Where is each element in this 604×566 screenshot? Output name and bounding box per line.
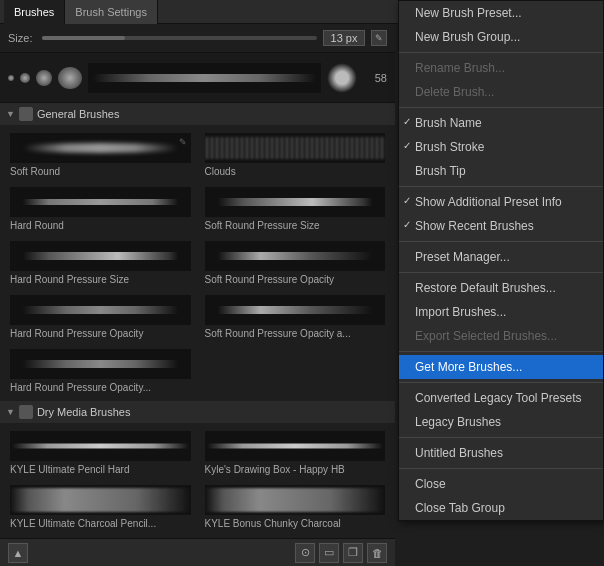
- stroke-clouds: [205, 133, 386, 163]
- menu-item-show-additional-preset-info[interactable]: ✓Show Additional Preset Info: [399, 190, 603, 214]
- menu-item-export-selected-brushes-: Export Selected Brushes...: [399, 324, 603, 348]
- brush-item-soft-round-pressure-size[interactable]: Soft Round Pressure Size: [199, 183, 392, 235]
- menu-divider: [399, 382, 603, 383]
- menu-item-label: Converted Legacy Tool Presets: [415, 391, 582, 405]
- menu-item-label: Export Selected Brushes...: [415, 329, 557, 343]
- menu-divider: [399, 351, 603, 352]
- group-label-dry-media: Dry Media Brushes: [37, 406, 131, 418]
- context-menu: New Brush Preset...New Brush Group...Ren…: [398, 0, 604, 521]
- menu-item-label: Close: [415, 477, 446, 491]
- group-header-dry-media[interactable]: ▼ Dry Media Brushes: [0, 401, 395, 423]
- brush-preview-area: 58: [0, 53, 395, 103]
- size-label: Size:: [8, 32, 36, 44]
- stroke-hard-round: [10, 187, 191, 217]
- toolbar-delete-btn[interactable]: 🗑: [367, 543, 387, 563]
- group-label-general: General Brushes: [37, 108, 120, 120]
- brush-round-preview: [327, 63, 357, 93]
- group-icon-dry-media: [19, 405, 33, 419]
- brush-item-hard-round-pressure-size[interactable]: Hard Round Pressure Size: [4, 237, 197, 289]
- menu-item-legacy-brushes[interactable]: Legacy Brushes: [399, 410, 603, 434]
- group-arrow-dry-media: ▼: [6, 407, 15, 417]
- menu-divider: [399, 186, 603, 187]
- menu-item-new-brush-preset-[interactable]: New Brush Preset...: [399, 1, 603, 25]
- stroke-hard-round-pressure-opacity-dot: [10, 349, 191, 379]
- menu-item-label: Close Tab Group: [415, 501, 505, 515]
- brush-item-hard-round-pressure-opacity-dot[interactable]: Hard Round Pressure Opacity...: [4, 345, 197, 397]
- tab-brush-settings[interactable]: Brush Settings: [65, 0, 158, 24]
- brush-preview-stroke: [88, 63, 321, 93]
- menu-item-brush-stroke[interactable]: ✓Brush Stroke: [399, 135, 603, 159]
- menu-item-label: Restore Default Brushes...: [415, 281, 556, 295]
- brush-name-soft-round-pressure-opacity-a: Soft Round Pressure Opacity a...: [205, 328, 351, 339]
- brush-dot-xlarge: [58, 67, 82, 89]
- menu-divider: [399, 468, 603, 469]
- brush-item-hard-round-pressure-opacity[interactable]: Hard Round Pressure Opacity: [4, 291, 197, 343]
- menu-item-rename-brush-: Rename Brush...: [399, 56, 603, 80]
- menu-item-delete-brush-: Delete Brush...: [399, 80, 603, 104]
- dry-media-brushes-grid: KYLE Ultimate Pencil Hard Kyle's Drawing…: [0, 423, 395, 537]
- menu-item-label: Get More Brushes...: [415, 360, 522, 374]
- brush-item-kyle-pencil-hard[interactable]: KYLE Ultimate Pencil Hard: [4, 427, 197, 479]
- brush-name-soft-round-pressure-size: Soft Round Pressure Size: [205, 220, 320, 231]
- brush-name-hard-round-pressure-size: Hard Round Pressure Size: [10, 274, 129, 285]
- menu-item-converted-legacy-tool-presets[interactable]: Converted Legacy Tool Presets: [399, 386, 603, 410]
- menu-item-label: Brush Tip: [415, 164, 466, 178]
- brush-item-kyle-chunky-charcoal[interactable]: KYLE Bonus Chunky Charcoal: [199, 481, 392, 533]
- group-arrow-general: ▼: [6, 109, 15, 119]
- tab-brushes[interactable]: Brushes: [4, 0, 65, 24]
- toolbar-group-btn[interactable]: ▭: [319, 543, 339, 563]
- menu-item-show-recent-brushes[interactable]: ✓Show Recent Brushes: [399, 214, 603, 238]
- size-slider[interactable]: [42, 36, 317, 40]
- brush-name-hard-round-pressure-opacity: Hard Round Pressure Opacity: [10, 328, 143, 339]
- toolbar-up-btn[interactable]: ▲: [8, 543, 28, 563]
- menu-divider: [399, 241, 603, 242]
- brush-item-kyle-charcoal-pencil[interactable]: KYLE Ultimate Charcoal Pencil...: [4, 481, 197, 533]
- menu-item-label: Show Additional Preset Info: [415, 195, 562, 209]
- menu-item-label: Preset Manager...: [415, 250, 510, 264]
- menu-item-label: Brush Stroke: [415, 140, 484, 154]
- brush-item-hard-round[interactable]: Hard Round: [4, 183, 197, 235]
- menu-item-restore-default-brushes-[interactable]: Restore Default Brushes...: [399, 276, 603, 300]
- brush-name-hard-round-pressure-opacity-dot: Hard Round Pressure Opacity...: [10, 382, 151, 393]
- menu-item-brush-tip[interactable]: Brush Tip: [399, 159, 603, 183]
- menu-item-import-brushes-[interactable]: Import Brushes...: [399, 300, 603, 324]
- group-header-general[interactable]: ▼ General Brushes: [0, 103, 395, 125]
- menu-divider: [399, 107, 603, 108]
- menu-item-label: New Brush Group...: [415, 30, 520, 44]
- menu-item-get-more-brushes-[interactable]: Get More Brushes...: [399, 355, 603, 379]
- size-bar: Size: ✎: [0, 24, 395, 53]
- brush-name-kyle-charcoal-pencil: KYLE Ultimate Charcoal Pencil...: [10, 518, 156, 529]
- stroke-kyle-charcoal-pencil: [10, 485, 191, 515]
- menu-item-close-tab-group[interactable]: Close Tab Group: [399, 496, 603, 520]
- brush-list[interactable]: ▼ General Brushes ✎ Soft Round Clouds Ha…: [0, 103, 395, 538]
- brush-item-soft-round[interactable]: ✎ Soft Round: [4, 129, 197, 181]
- menu-divider: [399, 437, 603, 438]
- brush-panel: Size: ✎ 58 ▼ General Brushes ✎: [0, 24, 395, 566]
- brush-name-clouds: Clouds: [205, 166, 236, 177]
- menu-item-label: New Brush Preset...: [415, 6, 522, 20]
- brush-name-soft-round: Soft Round: [10, 166, 60, 177]
- menu-item-preset-manager-[interactable]: Preset Manager...: [399, 245, 603, 269]
- edit-pencil-soft-round: ✎: [179, 137, 187, 147]
- group-icon-general: [19, 107, 33, 121]
- brush-item-soft-round-pressure-opacity[interactable]: Soft Round Pressure Opacity: [199, 237, 392, 289]
- stroke-soft-round-pressure-opacity-a: [205, 295, 386, 325]
- menu-item-untitled-brushes[interactable]: Untitled Brushes: [399, 441, 603, 465]
- brush-dot-medium: [20, 73, 30, 83]
- stroke-soft-round-pressure-opacity: [205, 241, 386, 271]
- stroke-kyle-pencil-hard: [10, 431, 191, 461]
- edit-icon[interactable]: ✎: [371, 30, 387, 46]
- stroke-hard-round-pressure-size: [10, 241, 191, 271]
- toolbar-view-btn[interactable]: ⊙: [295, 543, 315, 563]
- toolbar-copy-btn[interactable]: ❐: [343, 543, 363, 563]
- menu-item-close[interactable]: Close: [399, 472, 603, 496]
- menu-item-label: Delete Brush...: [415, 85, 494, 99]
- brush-item-soft-round-pressure-opacity-a[interactable]: Soft Round Pressure Opacity a...: [199, 291, 392, 343]
- menu-item-label: Import Brushes...: [415, 305, 506, 319]
- brush-item-kyles-drawing-box[interactable]: Kyle's Drawing Box - Happy HB: [199, 427, 392, 479]
- brush-item-clouds[interactable]: Clouds: [199, 129, 392, 181]
- size-value-input[interactable]: [323, 30, 365, 46]
- menu-item-new-brush-group-[interactable]: New Brush Group...: [399, 25, 603, 49]
- menu-item-brush-name[interactable]: ✓Brush Name: [399, 111, 603, 135]
- size-slider-fill: [42, 36, 125, 40]
